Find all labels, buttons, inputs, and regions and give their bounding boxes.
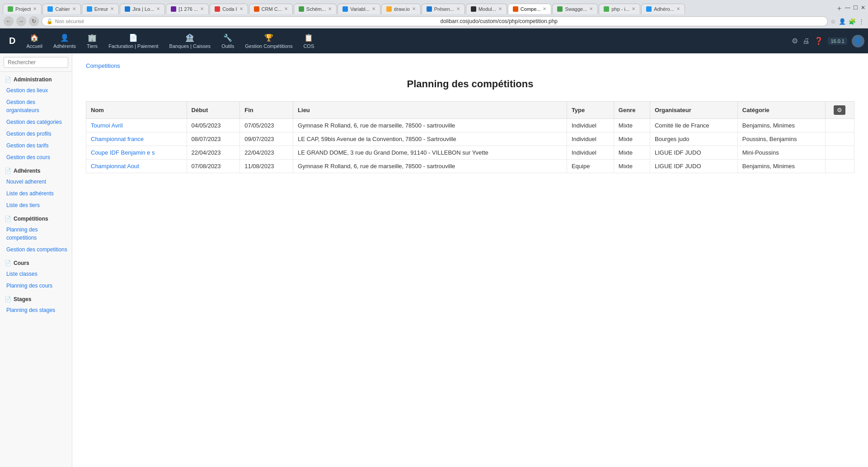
tab-close-icon[interactable]: ✕ [200,6,204,11]
close-button[interactable]: ✕ [861,5,865,11]
tab-label: Compe... [521,6,541,12]
tab-label: Project [15,6,31,12]
tab-close-icon[interactable]: ✕ [589,6,593,11]
table-header-genre: Genre [614,102,650,119]
tab-close-icon[interactable]: ✕ [456,6,460,11]
breadcrumb[interactable]: Competitions [86,62,854,69]
browser-tab-t1[interactable]: Project✕ [3,4,42,14]
search-input[interactable] [4,57,68,68]
settings-icon[interactable]: ⋮ [859,18,864,25]
tab-close-icon[interactable]: ✕ [676,6,680,11]
sidebar-item-planning-des-competitions[interactable]: Planning des competitions [0,224,72,244]
browser-tab-t16[interactable]: Adhéro...✕ [641,4,685,14]
tab-close-icon[interactable]: ✕ [72,6,76,11]
forward-button[interactable]: → [16,16,26,26]
table-cell-organisateur: LIGUE IDF JUDO [650,146,737,160]
sidebar-item-nouvel-adherent[interactable]: Nouvel adherent [0,176,72,188]
bookmark-icon[interactable]: ☆ [830,18,836,25]
sidebar-item-gestion-des-competitions[interactable]: Gestion des competitions [0,244,72,255]
tab-close-icon[interactable]: ✕ [328,6,332,11]
table-row: Championnat france08/07/202309/07/2023LE… [86,132,854,146]
nav-item-gestion-competitions[interactable]: 🏆Gestion Compétitions [239,31,298,52]
tab-close-icon[interactable]: ✕ [498,6,502,11]
sidebar-item-gestion-des-lieux[interactable]: Gestion des lieux [0,85,72,96]
browser-tab-t10[interactable]: draw.io✕ [381,4,421,14]
nav-item-facturation[interactable]: 📄Facturation | Paiement [103,31,164,52]
user-avatar[interactable]: 👤 [852,35,864,47]
table-cell-nom[interactable]: Tournoi Avril [86,119,187,132]
nav-item-adherents[interactable]: 👤Adhérents [48,31,81,52]
reload-button[interactable]: ↻ [29,16,39,26]
browser-tab-t8[interactable]: Schém...✕ [294,4,337,14]
sidebar-item-gestion-des-organisateurs[interactable]: Gestion des organisateurs [0,96,72,116]
sidebar-item-gestion-des-tarifs[interactable]: Gestion des tarifs [0,140,72,151]
nav-item-cos[interactable]: 📋COS [298,31,319,52]
tab-close-icon[interactable]: ✕ [239,6,243,11]
nav-item-tiers[interactable]: 🏢Tiers [81,31,103,52]
tab-close-icon[interactable]: ✕ [632,6,635,11]
tab-label: Variabl... [350,6,370,12]
browser-tab-t6[interactable]: Coda I✕ [210,4,248,14]
tab-label: [1 276 ... [178,6,198,12]
tab-label: php - i... [611,6,629,12]
nav-label-banques: Banques | Caisses [169,43,211,49]
minimize-button[interactable]: — [845,5,850,11]
help-icon[interactable]: ❓ [814,37,823,45]
browser-tab-t2[interactable]: Cahier✕ [42,4,80,14]
sidebar-item-gestion-des-profils[interactable]: Gestion des profils [0,128,72,140]
table-cell-type: Individuel [567,132,614,146]
tab-close-icon[interactable]: ✕ [284,6,288,11]
tab-close-icon[interactable]: ✕ [372,6,375,11]
sidebar-item-liste-classes[interactable]: Liste classes [0,268,72,280]
table-cell-nom[interactable]: Championnat france [86,132,187,146]
browser-tab-t9[interactable]: Variabl...✕ [338,4,380,14]
extension-icon[interactable]: 🧩 [849,18,856,25]
tab-close-icon[interactable]: ✕ [33,6,37,11]
browser-tab-t3[interactable]: Erreur✕ [82,4,119,14]
sidebar-item-planning-des-stages[interactable]: Planning des stages [0,304,72,316]
restore-button[interactable]: ☐ [853,5,858,11]
sidebar-section-cours: 📄Cours [0,255,72,268]
profile-icon[interactable]: 👤 [839,18,846,25]
browser-tab-t13[interactable]: Compe...✕ [508,4,552,14]
nav-icon-gestion-competitions: 🏆 [264,33,273,42]
settings-gear-icon[interactable]: ⚙ [792,37,798,45]
table-cell-nom[interactable]: Championnat Aout [86,160,187,173]
browser-tab-t7[interactable]: CRM C...✕ [249,4,293,14]
sidebar-item-gestion-des-categories[interactable]: Gestion des catégories [0,116,72,128]
table-cell-nom[interactable]: Coupe IDF Benjamin e s [86,146,187,160]
version-badge: 16.0.1 [828,38,847,45]
tab-label: Swagge... [565,6,587,12]
nav-icon-accueil: 🏠 [30,33,39,42]
table-cell-genre: Mixte [614,146,650,160]
table-cell-debut: 08/07/2023 [187,132,240,146]
back-button[interactable]: ← [4,16,14,26]
nav-label-accueil: Accueil [26,43,42,49]
print-icon[interactable]: 🖨 [802,37,810,45]
sidebar-item-liste-des-tiers[interactable]: Liste des tiers [0,199,72,211]
tab-close-icon[interactable]: ✕ [543,6,546,11]
sidebar-item-gestion-des-cours[interactable]: Gestion des cours [0,151,72,163]
table-cell-type: Individuel [567,146,614,160]
tab-close-icon[interactable]: ✕ [412,6,416,11]
browser-tab-t4[interactable]: Jira | Lo...✕ [120,4,165,14]
browser-tab-t5[interactable]: [1 276 ...✕ [166,4,209,14]
new-tab-button[interactable]: + [834,3,845,14]
address-bar[interactable]: 🔓 Non sécurisé dolibarr.cosjudo/custom/c… [42,16,828,26]
sidebar-item-planning-des-cours[interactable]: Planning des cours [0,280,72,292]
nav-item-outils[interactable]: 🔧Outils [216,31,239,52]
nav-icon-tiers: 🏢 [88,33,97,42]
tab-close-icon[interactable]: ✕ [110,6,114,11]
table-header-organisateur: Organisateur [650,102,737,119]
sidebar-item-liste-des-adherents[interactable]: Liste des adhérents [0,188,72,199]
browser-tab-t12[interactable]: Modul...✕ [466,4,507,14]
sidebar-section-administration: 📄Administration [0,72,72,85]
nav-item-accueil[interactable]: 🏠Accueil [21,31,47,52]
nav-logo[interactable]: D [4,33,21,49]
tab-close-icon[interactable]: ✕ [156,6,160,11]
browser-tab-t14[interactable]: Swagge...✕ [552,4,598,14]
browser-tab-t15[interactable]: php - i...✕ [599,4,640,14]
nav-item-banques[interactable]: 🏦Banques | Caisses [164,31,216,52]
browser-tab-t11[interactable]: Présen...✕ [422,4,465,14]
table-settings-button[interactable]: ⚙ [834,105,845,115]
